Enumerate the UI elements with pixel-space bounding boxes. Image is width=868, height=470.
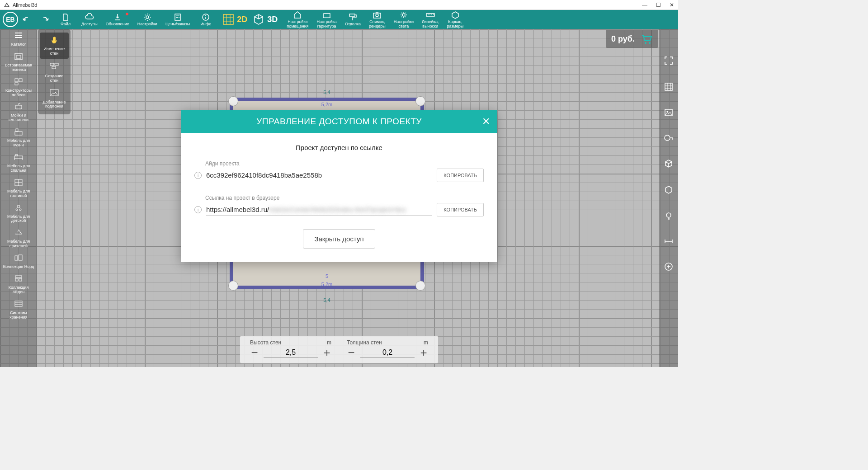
sidebar-nord[interactable]: Коллекция Норд <box>0 251 37 272</box>
app-logo-icon <box>4 2 10 8</box>
svg-rect-57 <box>52 66 56 69</box>
add-button[interactable] <box>664 262 673 271</box>
furniture-icon <box>322 10 331 19</box>
svg-rect-31 <box>15 79 18 82</box>
title-bar: Allmebel3d — ☐ ✕ <box>0 0 678 10</box>
finishing-button[interactable]: Отделка <box>341 12 364 28</box>
wall-height-value[interactable]: 2,5 <box>264 348 318 358</box>
settings-menu[interactable]: Настройки <box>134 12 161 28</box>
access-menu[interactable]: Доступы <box>78 12 101 28</box>
close-button[interactable]: ✕ <box>669 2 675 8</box>
svg-point-3 <box>176 17 177 18</box>
kitchen-icon <box>14 128 23 138</box>
image-button[interactable] <box>664 108 673 117</box>
svg-rect-48 <box>19 255 22 260</box>
wall-height-increase[interactable]: + <box>321 346 332 360</box>
file-icon <box>61 13 70 22</box>
sidebar-appliances[interactable]: Встраиваемая техника <box>0 50 37 75</box>
price-cart[interactable]: 0 руб. <box>606 30 658 48</box>
app-title: Allmebel3d <box>13 2 642 8</box>
update-badge-icon <box>126 13 128 15</box>
storage-icon <box>14 300 23 310</box>
sidebar-catalog[interactable]: Каталог <box>0 29 37 50</box>
room-settings-button[interactable]: Настройки помещения <box>283 9 312 30</box>
svg-rect-50 <box>15 278 18 281</box>
modal-header: УПРАВЛЕНИЕ ДОСТУПОМ К ПРОЕКТУ ✕ <box>181 110 497 133</box>
gear-icon <box>143 13 151 22</box>
file-menu[interactable]: Файл <box>54 12 77 28</box>
sidebar-constructors[interactable]: Конструкторы мебели <box>0 75 37 100</box>
wall-thickness-increase[interactable]: + <box>418 346 429 360</box>
left-sidebar: Каталог Встраиваемая техника Конструктор… <box>0 29 37 367</box>
dimension-button[interactable] <box>664 238 673 245</box>
camera-icon <box>373 10 382 19</box>
prices-menu[interactable]: Цены/заказы <box>162 12 193 28</box>
svg-point-8 <box>205 15 206 16</box>
sidebar-storage[interactable]: Системы хранения <box>0 297 37 323</box>
wall-thickness-decrease[interactable]: − <box>346 346 357 360</box>
sidebar-kitchen[interactable]: Мебель для кухни <box>0 125 37 150</box>
svg-point-4 <box>177 17 178 18</box>
sidebar-bedroom[interactable]: Мебель для спальни <box>0 150 37 176</box>
snapshot-button[interactable]: Снимок, рендеры <box>365 9 389 30</box>
view-3d-button[interactable]: 3D <box>253 14 278 25</box>
info-icon <box>202 13 210 22</box>
sidebar-hallway[interactable]: Мебель для прихожей <box>0 226 37 251</box>
svg-rect-32 <box>19 79 22 82</box>
user-badge[interactable]: ЕВ <box>3 12 18 27</box>
right-sidebar <box>659 29 678 367</box>
svg-rect-40 <box>15 155 18 156</box>
wall-height-decrease[interactable]: − <box>249 346 260 360</box>
sidebar-sinks[interactable]: Мойки и смесители <box>0 100 37 125</box>
ruler-button[interactable]: Линейка, выноски <box>418 9 443 30</box>
grid-toggle-button[interactable] <box>664 82 673 91</box>
update-menu[interactable]: Обновление <box>102 12 133 28</box>
dimension-top-inner: 5,2m <box>230 102 424 107</box>
list-icon <box>14 32 23 42</box>
info-icon[interactable]: i <box>194 206 202 213</box>
dimension-bottom-outer: 5,4 <box>230 297 424 303</box>
wall-tools-panel: Изменение стен Создание стен Добавление … <box>38 29 71 114</box>
copy-id-button[interactable]: КОПИРОВАТЬ <box>437 169 484 182</box>
create-walls-tool[interactable]: Создание стен <box>38 60 71 86</box>
bulb-button[interactable] <box>665 212 673 221</box>
frame-button[interactable]: Каркас, размеры <box>443 9 467 30</box>
wall-thickness-value[interactable]: 0,2 <box>360 348 415 358</box>
dimension-top-outer: 5,4 <box>230 89 424 95</box>
wall-thickness-label: Толщина стен <box>347 339 382 346</box>
project-id-value[interactable]: 6cc392ef962410f8dc9418ba5ae2558b <box>206 169 432 181</box>
furniture-settings-button[interactable]: Настройка гарнитура <box>313 9 340 30</box>
fullscreen-button[interactable] <box>664 56 673 65</box>
edit-walls-tool[interactable]: Изменение стен <box>40 33 69 59</box>
svg-rect-30 <box>16 56 21 58</box>
svg-rect-29 <box>15 53 22 60</box>
svg-point-67 <box>667 111 668 113</box>
info-menu[interactable]: Инфо <box>194 12 217 28</box>
maximize-button[interactable]: ☐ <box>656 2 661 8</box>
modal-close-button[interactable]: ✕ <box>482 116 490 127</box>
svg-point-20 <box>402 14 405 16</box>
copy-link-button[interactable]: КОПИРОВАТЬ <box>437 203 484 216</box>
undo-button[interactable] <box>23 16 33 23</box>
toy-icon <box>14 204 23 214</box>
cube-3d-icon <box>253 14 264 25</box>
svg-point-46 <box>19 209 21 211</box>
info-icon[interactable]: i <box>194 172 202 179</box>
cube-button[interactable] <box>664 185 673 194</box>
add-underlay-tool[interactable]: Добавление подложки <box>38 86 71 112</box>
sidebar-living[interactable]: Мебель для гостиной <box>0 176 37 201</box>
svg-rect-56 <box>55 63 58 66</box>
view-2d-button[interactable]: 2D <box>222 14 247 25</box>
access-modal: УПРАВЛЕНИЕ ДОСТУПОМ К ПРОЕКТУ ✕ Проект д… <box>181 110 497 262</box>
sidebar-kids[interactable]: Мебель для детской <box>0 201 37 226</box>
project-link-value[interactable]: https://allmebel3d.ru/InteriorCenter/Web… <box>206 204 432 216</box>
light-settings-button[interactable]: Настройки света <box>390 9 417 30</box>
close-access-button[interactable]: Закрыть доступ <box>303 229 375 249</box>
svg-rect-37 <box>14 156 23 159</box>
sidebar-aiden[interactable]: Коллекция Айден <box>0 272 37 297</box>
svg-rect-17 <box>349 14 355 16</box>
package-button[interactable] <box>664 159 673 168</box>
redo-button[interactable] <box>38 16 49 23</box>
tape-button[interactable] <box>664 134 674 142</box>
minimize-button[interactable]: — <box>642 2 647 8</box>
